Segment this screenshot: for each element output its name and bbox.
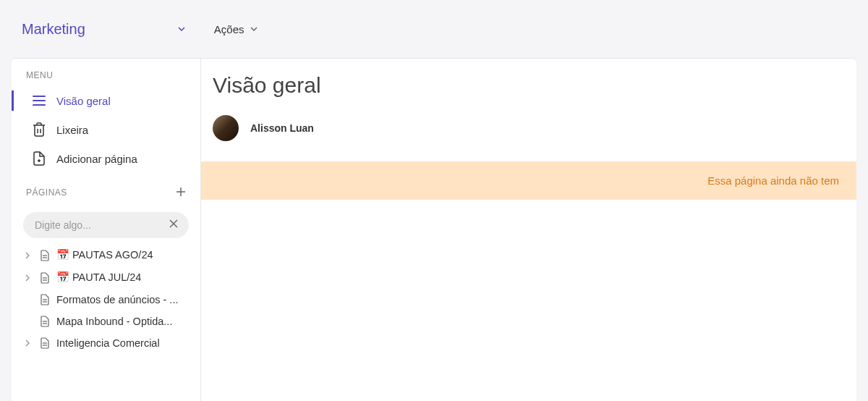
workspace-dropdown[interactable]: Marketing bbox=[22, 21, 185, 38]
warning-banner: Essa página ainda não tem bbox=[201, 161, 856, 200]
menu-section-label: MENU bbox=[12, 70, 200, 86]
document-icon bbox=[39, 316, 51, 327]
avatar[interactable] bbox=[213, 115, 239, 141]
chevron-right-icon[interactable] bbox=[22, 274, 33, 282]
add-page-icon bbox=[32, 151, 46, 166]
author-name: Alisson Luan bbox=[250, 122, 314, 134]
chevron-right-icon[interactable] bbox=[22, 252, 33, 259]
trash-icon bbox=[32, 122, 46, 137]
chevron-down-icon bbox=[250, 27, 258, 31]
banner-text: Essa página ainda não tem bbox=[707, 174, 839, 187]
search-box bbox=[23, 212, 189, 238]
page-label: Mapa Inbound - Optida... bbox=[56, 316, 190, 327]
page-item-pautas-ago[interactable]: 📅 PAUTAS AGO/24 bbox=[12, 244, 200, 266]
main-content: Visão geral Alisson Luan Essa página ain… bbox=[201, 59, 856, 401]
list-icon bbox=[32, 93, 46, 108]
add-page-button[interactable] bbox=[176, 186, 186, 199]
menu-item-label: Adicionar página bbox=[56, 153, 137, 165]
page-label: 📅 PAUTA JUL/24 bbox=[56, 271, 190, 284]
workspace-title: Marketing bbox=[22, 21, 85, 38]
header: Marketing Ações bbox=[0, 0, 868, 58]
actions-label: Ações bbox=[214, 23, 244, 35]
page-item-mapa-inbound[interactable]: Mapa Inbound - Optida... bbox=[12, 311, 200, 332]
menu-item-trash[interactable]: Lixeira bbox=[12, 115, 200, 144]
clear-icon[interactable] bbox=[169, 219, 179, 232]
menu-item-add-page[interactable]: Adicionar página bbox=[12, 144, 200, 173]
page-item-formatos[interactable]: Formatos de anúncios - ... bbox=[12, 289, 200, 311]
search-input[interactable] bbox=[23, 212, 189, 238]
sidebar: MENU Visão geral Lixeira bbox=[12, 59, 201, 401]
chevron-right-icon[interactable] bbox=[22, 339, 33, 347]
menu-item-label: Lixeira bbox=[56, 124, 88, 136]
main-container: MENU Visão geral Lixeira bbox=[12, 58, 856, 401]
page-title: Visão geral bbox=[213, 73, 856, 98]
document-icon bbox=[39, 294, 51, 305]
page-label: 📅 PAUTAS AGO/24 bbox=[56, 249, 190, 261]
pages-header: PÁGINAS bbox=[12, 173, 200, 206]
menu-item-overview[interactable]: Visão geral bbox=[12, 86, 200, 115]
pages-section-label: PÁGINAS bbox=[26, 187, 67, 198]
page-item-pauta-jul[interactable]: 📅 PAUTA JUL/24 bbox=[12, 266, 200, 289]
document-icon bbox=[39, 250, 51, 261]
chevron-down-icon bbox=[178, 27, 185, 31]
author-section: Alisson Luan bbox=[213, 115, 856, 141]
page-label: Formatos de anúncios - ... bbox=[56, 294, 190, 305]
actions-dropdown[interactable]: Ações bbox=[214, 23, 258, 35]
document-icon bbox=[39, 272, 51, 284]
page-label: Inteligencia Comercial bbox=[56, 337, 190, 349]
menu-item-label: Visão geral bbox=[56, 95, 111, 107]
document-icon bbox=[39, 337, 51, 349]
page-item-inteligencia[interactable]: Inteligencia Comercial bbox=[12, 332, 200, 354]
